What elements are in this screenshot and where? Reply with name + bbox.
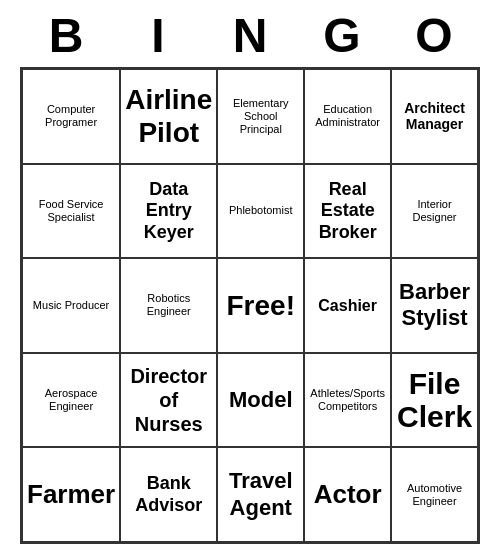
bingo-cell-5: Architect Manager [391, 69, 478, 164]
bingo-grid: Computer ProgramerAirline PilotElementar… [20, 67, 480, 544]
bingo-cell-9: Real Estate Broker [304, 164, 391, 259]
bingo-cell-24: Actor [304, 447, 391, 542]
bingo-cell-13: Free! [217, 258, 304, 353]
bingo-cell-16: Aerospace Engineer [22, 353, 120, 448]
bingo-cell-3: Elementary School Principal [217, 69, 304, 164]
letter-i: I [118, 8, 198, 63]
bingo-cell-6: Food Service Specialist [22, 164, 120, 259]
bingo-cell-7: Data Entry Keyer [120, 164, 217, 259]
bingo-cell-18: Model [217, 353, 304, 448]
letter-o: O [394, 8, 474, 63]
bingo-cell-15: Barber Stylist [391, 258, 478, 353]
bingo-cell-2: Airline Pilot [120, 69, 217, 164]
bingo-cell-8: Phlebotomist [217, 164, 304, 259]
bingo-cell-14: Cashier [304, 258, 391, 353]
bingo-cell-10: Interior Designer [391, 164, 478, 259]
bingo-cell-20: File Clerk [391, 353, 478, 448]
bingo-cell-22: Bank Advisor [120, 447, 217, 542]
letter-b: B [26, 8, 106, 63]
bingo-cell-17: Director of Nurses [120, 353, 217, 448]
bingo-cell-4: Education Administrator [304, 69, 391, 164]
bingo-cell-23: Travel Agent [217, 447, 304, 542]
letter-g: G [302, 8, 382, 63]
bingo-cell-25: Automotive Engineer [391, 447, 478, 542]
bingo-title: B I N G O [20, 0, 480, 67]
bingo-cell-1: Computer Programer [22, 69, 120, 164]
letter-n: N [210, 8, 290, 63]
bingo-cell-21: Farmer [22, 447, 120, 542]
bingo-cell-19: Athletes/Sports Competitors [304, 353, 391, 448]
bingo-cell-12: Robotics Engineer [120, 258, 217, 353]
bingo-cell-11: Music Producer [22, 258, 120, 353]
